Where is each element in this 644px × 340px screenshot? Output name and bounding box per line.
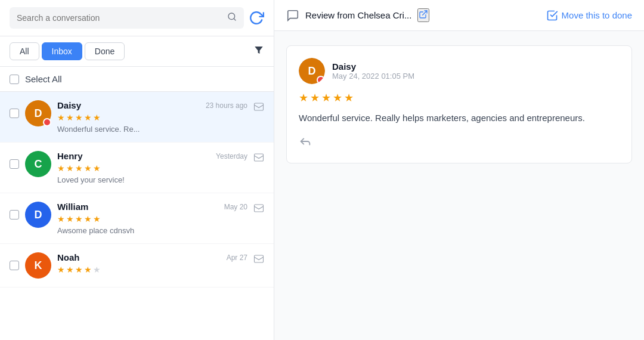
left-panel: All Inbox Done Select All D bbox=[0, 0, 274, 340]
conversation-content: Noah Apr 27 ★ ★ ★ ★ ★ bbox=[57, 252, 247, 277]
star-1: ★ bbox=[57, 265, 65, 274]
message-avatar-badge bbox=[317, 76, 325, 84]
avatar-initial: K bbox=[35, 259, 42, 272]
conversation-checkbox[interactable] bbox=[10, 159, 19, 169]
star-2: ★ bbox=[66, 265, 74, 274]
conversation-preview: Awsome place cdnsvh bbox=[57, 226, 247, 235]
right-header: Review from Chelsea Cri... Move this to … bbox=[274, 0, 644, 31]
message-sender-name: Daisy bbox=[332, 61, 414, 72]
conversation-content: Daisy 23 hours ago ★ ★ ★ ★ ★ Wonderful s… bbox=[57, 100, 247, 134]
select-all-label[interactable]: Select All bbox=[25, 74, 62, 84]
conversation-name: Daisy bbox=[57, 100, 81, 110]
star-5: ★ bbox=[93, 113, 101, 122]
conversation-header: William May 20 bbox=[57, 202, 247, 212]
msg-star-4: ★ bbox=[333, 91, 342, 104]
search-input[interactable] bbox=[17, 13, 222, 23]
conversation-header: Noah Apr 27 bbox=[57, 252, 247, 262]
conversation-header: Daisy 23 hours ago bbox=[57, 100, 247, 110]
star-4: ★ bbox=[84, 113, 92, 122]
msg-star-1: ★ bbox=[299, 91, 308, 104]
reply-indicator-icon bbox=[253, 254, 264, 266]
refresh-icon bbox=[249, 10, 264, 26]
avatar: D bbox=[25, 100, 51, 126]
filter-icon bbox=[253, 45, 264, 55]
avatar-initial: D bbox=[35, 209, 42, 221]
star-4: ★ bbox=[84, 214, 92, 224]
message-text: Wonderful service. Really helps marketer… bbox=[299, 112, 620, 125]
avatar: C bbox=[25, 151, 51, 177]
select-all-checkbox[interactable] bbox=[10, 75, 19, 84]
review-icon bbox=[286, 9, 299, 22]
msg-star-5: ★ bbox=[344, 91, 354, 104]
conversation-stars: ★ ★ ★ ★ ★ bbox=[57, 265, 247, 274]
tabs-row: All Inbox Done bbox=[0, 36, 274, 67]
star-3: ★ bbox=[75, 214, 83, 224]
star-3: ★ bbox=[75, 113, 83, 122]
list-item[interactable]: D William May 20 ★ ★ ★ ★ ★ Awsome place … bbox=[0, 193, 274, 244]
reply-button[interactable] bbox=[299, 135, 312, 151]
external-link-button[interactable] bbox=[417, 8, 429, 22]
list-item[interactable]: D Daisy 23 hours ago ★ ★ ★ ★ ★ Wonderful… bbox=[0, 92, 274, 143]
svg-text:D: D bbox=[35, 107, 42, 119]
msg-star-3: ★ bbox=[321, 91, 331, 104]
conversation-list: D Daisy 23 hours ago ★ ★ ★ ★ ★ Wonderful… bbox=[0, 92, 274, 340]
conversation-content: Henry Yesterday ★ ★ ★ ★ ★ Loved your ser… bbox=[57, 151, 247, 184]
star-2: ★ bbox=[66, 163, 74, 173]
tab-inbox[interactable]: Inbox bbox=[42, 42, 82, 60]
list-item[interactable]: C Henry Yesterday ★ ★ ★ ★ ★ Loved your s… bbox=[0, 143, 274, 193]
list-item[interactable]: K Noah Apr 27 ★ ★ ★ ★ ★ bbox=[0, 244, 274, 288]
star-4: ★ bbox=[84, 163, 92, 173]
right-content: D Daisy May 24, 2022 01:05 PM ★ ★ ★ ★ ★ … bbox=[274, 31, 644, 340]
filter-button[interactable] bbox=[253, 45, 264, 58]
conversation-name: Noah bbox=[57, 252, 80, 262]
message-stars: ★ ★ ★ ★ ★ bbox=[299, 91, 620, 104]
star-1: ★ bbox=[57, 214, 65, 224]
message-card-header: D Daisy May 24, 2022 01:05 PM bbox=[299, 58, 620, 84]
search-icon bbox=[227, 12, 237, 21]
svg-rect-4 bbox=[255, 103, 264, 110]
move-done-label: Move this to done bbox=[562, 10, 632, 20]
message-date: May 24, 2022 01:05 PM bbox=[332, 72, 414, 81]
reply-indicator-icon bbox=[253, 101, 264, 114]
conversation-stars: ★ ★ ★ ★ ★ bbox=[57, 214, 247, 224]
search-input-wrap bbox=[10, 7, 244, 29]
reply-indicator-icon bbox=[253, 152, 264, 165]
star-4: ★ bbox=[84, 265, 92, 274]
avatar-initial: C bbox=[35, 158, 42, 171]
conversation-name: William bbox=[57, 202, 88, 212]
tab-all[interactable]: All bbox=[10, 42, 39, 60]
conversation-preview: Loved your service! bbox=[57, 175, 247, 184]
star-5: ★ bbox=[93, 265, 101, 274]
star-2: ★ bbox=[66, 113, 74, 122]
star-3: ★ bbox=[75, 163, 83, 173]
search-icon-button[interactable] bbox=[227, 12, 237, 24]
conversation-name: Henry bbox=[57, 151, 83, 161]
tab-done[interactable]: Done bbox=[85, 42, 125, 60]
search-bar bbox=[0, 0, 274, 36]
conversation-time: Yesterday bbox=[216, 152, 247, 160]
avatar: D bbox=[25, 202, 51, 228]
conversation-content: William May 20 ★ ★ ★ ★ ★ Awsome place cd… bbox=[57, 202, 247, 235]
msg-star-2: ★ bbox=[310, 91, 320, 104]
message-card: D Daisy May 24, 2022 01:05 PM ★ ★ ★ ★ ★ … bbox=[286, 45, 632, 163]
move-to-done-button[interactable]: Move this to done bbox=[546, 10, 632, 21]
svg-rect-6 bbox=[255, 205, 264, 212]
conversation-header: Henry Yesterday bbox=[57, 151, 247, 161]
svg-line-1 bbox=[234, 18, 236, 20]
review-title: Review from Chelsea Cri... bbox=[305, 10, 411, 20]
svg-line-8 bbox=[423, 11, 427, 15]
conversation-stars: ★ ★ ★ ★ ★ bbox=[57, 113, 247, 122]
refresh-button[interactable] bbox=[249, 10, 264, 26]
avatar-badge bbox=[43, 118, 51, 126]
conversation-checkbox[interactable] bbox=[10, 210, 19, 220]
conversation-time: 23 hours ago bbox=[206, 101, 247, 110]
conversation-preview: Wonderful service. Re... bbox=[57, 125, 247, 134]
conversation-time: Apr 27 bbox=[227, 254, 247, 262]
message-avatar: D bbox=[299, 58, 325, 84]
star-1: ★ bbox=[57, 163, 65, 173]
star-3: ★ bbox=[75, 265, 83, 274]
conversation-checkbox[interactable] bbox=[10, 261, 19, 270]
select-all-row: Select All bbox=[0, 67, 274, 92]
reply-icon bbox=[299, 135, 312, 148]
conversation-checkbox[interactable] bbox=[10, 109, 19, 118]
